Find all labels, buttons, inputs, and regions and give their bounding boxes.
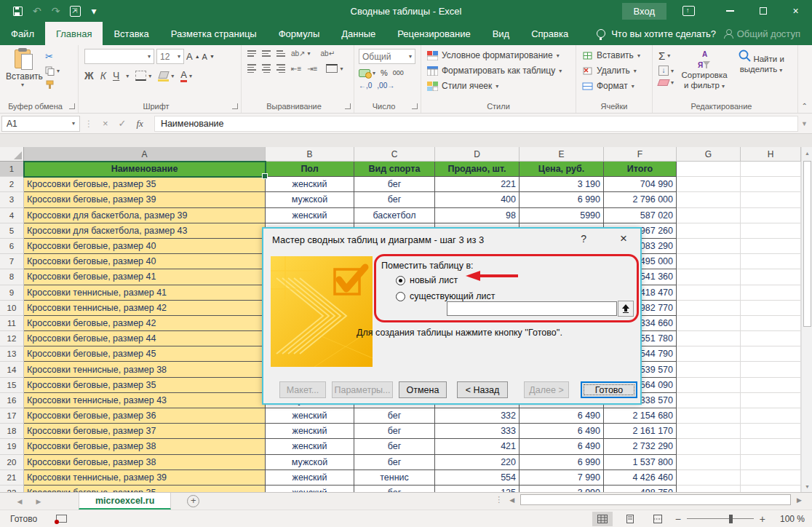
orientation-button[interactable]: ab↗▾ (291, 49, 311, 58)
cell-H12[interactable] (741, 331, 801, 346)
horizontal-scrollbar[interactable]: ⋮ ◀ ▶ (495, 494, 805, 505)
cell-B21[interactable]: женский (266, 470, 354, 486)
next-sheet-icon[interactable]: ▶ (29, 493, 48, 510)
new-sheet-button[interactable]: + (187, 495, 199, 507)
shrink-font-button[interactable]: А▼ (202, 52, 215, 61)
cell-G21[interactable] (677, 470, 741, 486)
tab-help[interactable]: Справка (520, 22, 579, 45)
formula-input[interactable]: Наименование (154, 116, 798, 132)
align-right-button[interactable] (276, 64, 285, 73)
cell-G6[interactable] (677, 239, 741, 254)
cell-A15[interactable]: Кроссовки беговые, размер 35 (24, 378, 266, 393)
font-size-combo[interactable]: 12▾ (156, 49, 184, 64)
cell-D22[interactable]: 125 (435, 486, 520, 492)
touch-mode-icon[interactable] (70, 6, 81, 17)
cell-G19[interactable] (677, 439, 741, 454)
cell-F4[interactable]: 587 020 (604, 208, 677, 223)
name-box[interactable]: A1 ▾ (1, 116, 80, 132)
row-header-20[interactable]: 20 (0, 455, 24, 470)
cell-E19[interactable]: 6 490 (520, 439, 604, 454)
cell-H16[interactable] (741, 393, 801, 408)
row-header-7[interactable]: 7 (0, 254, 24, 269)
decrease-decimal-button[interactable]: ,00→ (377, 82, 394, 90)
cancel-button[interactable]: Отмена (399, 381, 447, 398)
row-header-6[interactable]: 6 (0, 239, 24, 254)
cell-D20[interactable]: 220 (435, 455, 520, 470)
format-as-table-button[interactable]: Форматировать как таблицу▾ (427, 66, 573, 76)
cell-H7[interactable] (741, 254, 801, 269)
percent-style-button[interactable]: % (381, 68, 388, 77)
tab-formulas[interactable]: Формулы (268, 22, 331, 45)
cell-B20[interactable]: мужской (266, 455, 354, 470)
undo-icon[interactable]: ↶ (33, 6, 41, 16)
cell-A16[interactable]: Кроссовки теннисные, размер 43 (24, 393, 266, 408)
cell-E20[interactable]: 6 990 (520, 455, 604, 470)
row-header-18[interactable]: 18 (0, 424, 24, 439)
row-header-4[interactable]: 4 (0, 208, 24, 223)
cell-H14[interactable] (741, 362, 801, 377)
grow-font-button[interactable]: А▲ (186, 51, 200, 62)
underline-button[interactable]: Ч (113, 70, 119, 82)
cell-C4[interactable]: баскетбол (354, 208, 435, 223)
align-top-button[interactable] (247, 50, 256, 57)
next-button[interactable]: Далее > (524, 381, 569, 398)
cell-H8[interactable] (741, 269, 801, 285)
cell-A9[interactable]: Кроссовки теннисные, размер 41 (24, 285, 266, 301)
cell-D19[interactable]: 421 (435, 439, 520, 454)
zoom-in-button[interactable]: + (760, 513, 765, 525)
number-format-combo[interactable]: Общий▾ (359, 49, 415, 64)
cell-H11[interactable] (741, 316, 801, 331)
autosum-button[interactable]: Σ▾ (658, 49, 674, 62)
bold-button[interactable]: Ж (84, 70, 94, 82)
select-all-corner[interactable] (0, 147, 24, 162)
cell-G3[interactable] (677, 192, 741, 207)
destination-range-input[interactable] (447, 301, 617, 316)
cell-G12[interactable] (677, 331, 741, 346)
insert-function-button[interactable]: fx (137, 118, 143, 130)
cell-F20[interactable]: 1 537 800 (604, 455, 677, 470)
clear-button[interactable]: ▾ (658, 79, 674, 86)
clipboard-dialog-launcher-icon[interactable] (69, 103, 75, 109)
save-icon[interactable] (13, 7, 23, 16)
align-left-button[interactable] (247, 64, 256, 73)
cell-C1[interactable]: Вид спорта (354, 162, 435, 177)
finish-button[interactable]: Готово (581, 381, 637, 398)
cell-G15[interactable] (677, 378, 741, 393)
cell-B19[interactable]: женский (266, 439, 354, 454)
cell-E3[interactable]: 6 990 (520, 192, 604, 207)
cell-F19[interactable]: 2 732 290 (604, 439, 677, 454)
cell-H1[interactable] (741, 162, 801, 177)
cell-G5[interactable] (677, 223, 741, 239)
cell-E22[interactable]: 3 990 (520, 486, 604, 492)
cell-B4[interactable]: женский (266, 208, 354, 223)
cell-E21[interactable]: 7 990 (520, 470, 604, 486)
row-header-1[interactable]: 1 (0, 162, 24, 177)
conditional-formatting-button[interactable]: Условное форматирование▾ (427, 50, 573, 60)
cell-F18[interactable]: 2 161 170 (604, 424, 677, 439)
cell-B22[interactable]: женский (266, 486, 354, 492)
align-bottom-button[interactable] (276, 50, 285, 57)
maximize-button[interactable] (747, 0, 779, 22)
cell-H4[interactable] (741, 208, 801, 223)
cell-F22[interactable]: 498 750 (604, 486, 677, 492)
column-header-C[interactable]: C (354, 147, 435, 162)
cell-A8[interactable]: Кроссовки беговые, размер 41 (24, 269, 266, 285)
cell-H10[interactable] (741, 301, 801, 316)
cell-B3[interactable]: мужской (266, 192, 354, 207)
minimize-button[interactable] (714, 0, 747, 22)
cell-G2[interactable] (677, 177, 741, 192)
tab-data[interactable]: Данные (330, 22, 386, 45)
share-button[interactable]: Общий доступ (724, 22, 800, 45)
cell-H18[interactable] (741, 424, 801, 439)
cell-C21[interactable]: теннис (354, 470, 435, 486)
row-header-17[interactable]: 17 (0, 408, 24, 424)
row-header-13[interactable]: 13 (0, 346, 24, 362)
align-center-button[interactable] (262, 64, 271, 73)
cell-C22[interactable]: бег (354, 486, 435, 492)
cell-G7[interactable] (677, 254, 741, 269)
tab-page-layout[interactable]: Разметка страницы (160, 22, 268, 45)
cell-G13[interactable] (677, 346, 741, 362)
scroll-up-icon[interactable]: ▲ (802, 147, 812, 159)
column-header-G[interactable]: G (677, 147, 741, 162)
number-dialog-launcher-icon[interactable] (412, 103, 418, 109)
